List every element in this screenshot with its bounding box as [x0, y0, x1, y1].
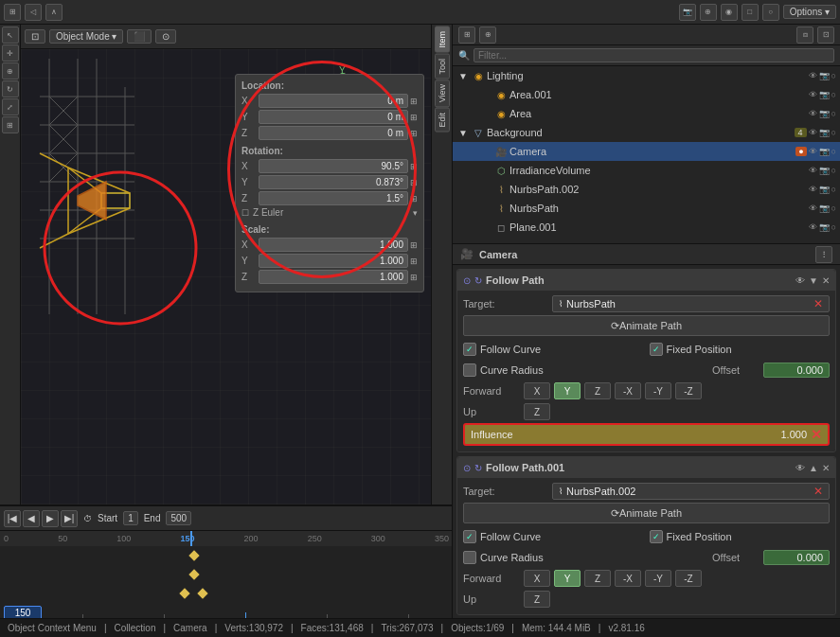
follow-curve-checkbox-1[interactable]	[463, 343, 476, 356]
curve-radius-checkbox-1[interactable]	[463, 363, 476, 377]
viewport-overlay[interactable]: ⊙	[155, 29, 176, 44]
top-icon-dot[interactable]: ◉	[721, 4, 738, 21]
current-frame-display[interactable]: 150	[4, 606, 42, 619]
outliner-item-lighting[interactable]: ▼ ◉ Lighting 👁 📷 ○	[453, 66, 840, 85]
constraint2-close-icon[interactable]: ✕	[822, 463, 830, 473]
keyframe-2[interactable]	[188, 569, 199, 579]
irradiance-sel-icon[interactable]: ○	[831, 166, 836, 175]
forward-y-btn-1[interactable]: Y	[554, 382, 581, 399]
outliner-item-nurbspath[interactable]: ⌇ NurbsPath 👁 📷 ○	[453, 199, 840, 218]
forward-z-btn-1[interactable]: Z	[584, 382, 611, 399]
select-tool[interactable]: ↖	[2, 27, 19, 44]
background-vis-icon[interactable]: 👁	[809, 128, 817, 137]
constraint2-eye-icon[interactable]: 👁	[795, 463, 805, 473]
tab-edit[interactable]: Edit	[435, 108, 450, 133]
top-icon-3[interactable]: ∧	[45, 4, 63, 21]
forward-neg-x-btn-1[interactable]: -X	[615, 382, 641, 399]
forward-neg-z-btn-2[interactable]: -Z	[675, 570, 702, 587]
nurbs002-render-icon[interactable]: 📷	[819, 185, 830, 194]
rt-icon-3[interactable]: ⊡	[817, 27, 834, 44]
background-render-icon[interactable]: 📷	[819, 128, 830, 137]
irradiance-render-icon[interactable]: 📷	[819, 166, 830, 175]
scale-tool[interactable]: ⤢	[2, 98, 19, 115]
offset-input-1[interactable]: 0.000	[763, 363, 830, 378]
area001-vis-icon[interactable]: 👁	[809, 90, 817, 99]
options-button[interactable]: Options ▾	[783, 5, 836, 19]
outliner-search-input[interactable]	[474, 48, 834, 62]
transform-tool[interactable]: ⊞	[2, 116, 19, 133]
play-btn[interactable]: ▶	[42, 510, 59, 527]
location-x-input[interactable]: 0 m	[259, 94, 408, 108]
next-frame-btn[interactable]: ▶|	[61, 510, 78, 527]
animate-path-btn-1[interactable]: ⟳ Animate Path	[463, 315, 830, 336]
camera-render-icon[interactable]: 📷	[819, 147, 830, 156]
outliner-item-plane001[interactable]: ◻ Plane.001 👁 📷 ○	[453, 218, 840, 237]
scale-z-input[interactable]: 1.000	[259, 270, 408, 284]
forward-neg-z-btn-1[interactable]: -Z	[675, 382, 702, 399]
end-frame-input[interactable]: 500	[166, 511, 191, 525]
move-tool[interactable]: ⊕	[2, 62, 19, 80]
background-sel-icon[interactable]: ○	[831, 128, 836, 137]
lighting-vis-icon[interactable]: 👁	[809, 71, 817, 80]
area-sel-icon[interactable]: ○	[831, 109, 836, 118]
nurbs-vis-icon[interactable]: 👁	[809, 203, 817, 213]
fixed-position-checkbox-1[interactable]	[650, 343, 663, 356]
keyframe-3a[interactable]	[180, 588, 190, 598]
constraint1-down-icon[interactable]: ▼	[809, 275, 818, 286]
cursor-tool[interactable]: ✛	[2, 44, 19, 62]
offset-input-2[interactable]: 0.000	[763, 550, 830, 565]
nurbs-render-icon[interactable]: 📷	[819, 203, 830, 213]
constraint1-close-icon[interactable]: ✕	[822, 275, 830, 286]
top-icon-globe[interactable]: ⊕	[700, 4, 717, 21]
influence-remove-btn[interactable]: ✕	[811, 427, 822, 442]
scale-y-input[interactable]: 1.000	[259, 254, 408, 268]
rotate-tool[interactable]: ↻	[2, 80, 19, 97]
rotation-y-input[interactable]: 0.873°	[259, 175, 408, 189]
outliner-item-area001[interactable]: ◉ Area.001 👁 📷 ○	[453, 85, 840, 104]
rt-icon-2[interactable]: ⊕	[479, 27, 496, 44]
irradiance-vis-icon[interactable]: 👁	[809, 166, 817, 175]
target-remove-btn-1[interactable]: ✕	[813, 297, 823, 310]
outliner-item-nurbspath002[interactable]: ⌇ NurbsPath.002 👁 📷 ○	[453, 180, 840, 199]
rotation-z-input[interactable]: 1.5°	[259, 191, 408, 205]
area-render-icon[interactable]: 📷	[819, 109, 830, 118]
tab-tool[interactable]: Tool	[435, 54, 450, 80]
target-value-2[interactable]: ⌇ NurbsPath.002 ✕	[552, 483, 830, 500]
tab-item[interactable]: Item	[435, 27, 450, 53]
area001-render-icon[interactable]: 📷	[819, 90, 830, 99]
lighting-sel-icon[interactable]: ○	[831, 71, 836, 80]
animate-path-btn-2[interactable]: ⟳ Animate Path	[463, 503, 830, 523]
area-vis-icon[interactable]: 👁	[809, 109, 817, 118]
up-z-btn-1[interactable]: Z	[524, 403, 550, 420]
viewport-shading[interactable]: ⬛	[127, 29, 152, 44]
forward-neg-x-btn-2[interactable]: -X	[615, 570, 641, 587]
top-icon-1[interactable]: ⊞	[4, 4, 21, 21]
constraint2-up-icon[interactable]: ▲	[809, 463, 818, 473]
constraint2-header[interactable]: ⊙ ↻ Follow Path.001 👁 ▲ ✕	[457, 457, 835, 478]
keyframe-3b[interactable]	[198, 588, 208, 598]
constraint1-eye-icon[interactable]: 👁	[795, 275, 805, 286]
constraint1-header[interactable]: ⊙ ↻ Follow Path 👁 ▼ ✕	[457, 270, 835, 291]
plane-render-icon[interactable]: 📷	[819, 222, 830, 232]
follow-curve-checkbox-2[interactable]	[463, 530, 476, 543]
top-icon-circ[interactable]: ○	[762, 4, 779, 21]
nurbs002-vis-icon[interactable]: 👁	[809, 185, 817, 194]
top-icon-cam[interactable]: 📷	[679, 4, 696, 21]
viewport-editor-type[interactable]: ⊡	[25, 29, 45, 44]
tab-view[interactable]: View	[435, 80, 450, 107]
forward-z-btn-2[interactable]: Z	[584, 570, 611, 587]
viewport-mode[interactable]: Object Mode ▾	[49, 29, 123, 44]
nurbs002-sel-icon[interactable]: ○	[831, 185, 836, 194]
current-frame-marker[interactable]	[190, 531, 192, 546]
target-value-1[interactable]: ⌇ NurbsPath ✕	[552, 295, 830, 312]
top-icon-sq[interactable]: □	[742, 4, 759, 21]
forward-x-btn-2[interactable]: X	[524, 570, 550, 587]
keyframe-1[interactable]	[188, 550, 199, 560]
plane-vis-icon[interactable]: 👁	[809, 222, 817, 232]
start-frame-input[interactable]: 1	[123, 511, 138, 525]
forward-neg-y-btn-2[interactable]: -Y	[645, 570, 671, 587]
plane-sel-icon[interactable]: ○	[831, 222, 836, 232]
camera-vis-icon[interactable]: 👁	[809, 147, 817, 156]
lighting-render-icon[interactable]: 📷	[819, 71, 830, 80]
forward-y-btn-2[interactable]: Y	[554, 570, 581, 587]
